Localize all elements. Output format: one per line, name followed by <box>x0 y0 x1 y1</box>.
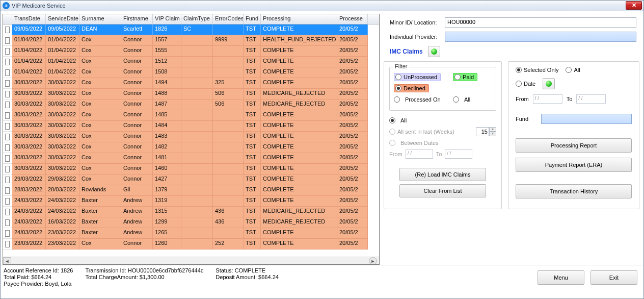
cell: 01/04/2022 <box>12 46 46 57</box>
exit-button[interactable]: Exit <box>591 270 637 285</box>
horizontal-scrollbar[interactable]: ◄ ► <box>3 257 379 265</box>
table-row[interactable]: 23/03/202223/03/2022CoxConnor1260252TSTC… <box>3 239 379 250</box>
radio-selected-only-row[interactable]: Selected Only <box>516 67 558 73</box>
column-header[interactable]: Surname <box>79 14 121 24</box>
radio-report-date-row[interactable]: Date <box>516 81 535 87</box>
radio-selected-only[interactable] <box>516 67 522 73</box>
table-row[interactable]: 30/03/202230/03/2022CoxConnor1488506TSTM… <box>3 89 379 99</box>
row-checkbox[interactable] <box>5 230 10 237</box>
row-checkbox[interactable] <box>5 155 10 162</box>
weeks-input[interactable] <box>476 127 489 136</box>
radio-range-all[interactable] <box>389 117 395 123</box>
column-header[interactable]: Processe <box>337 14 368 24</box>
row-checkbox[interactable] <box>5 123 10 130</box>
row-checkbox[interactable] <box>5 102 10 108</box>
row-checkbox[interactable] <box>5 144 10 151</box>
radio-report-all-row[interactable]: All <box>566 67 580 73</box>
row-checkbox[interactable] <box>5 198 10 205</box>
row-checkbox[interactable] <box>5 37 10 44</box>
clear-from-list-button[interactable]: Clear From List <box>399 184 486 197</box>
row-checkbox[interactable] <box>5 166 10 172</box>
claims-grid[interactable]: TransDateServiceDateSurnameFirstnameVIP … <box>3 14 380 265</box>
weeks-spinner[interactable]: ▲▼ <box>476 127 496 136</box>
report-from-date[interactable]: / / <box>533 94 562 104</box>
row-checkbox[interactable] <box>5 134 10 140</box>
radio-report-all[interactable] <box>566 67 572 73</box>
transaction-history-button[interactable]: Transaction History <box>516 184 632 198</box>
table-row[interactable]: 24/03/202224/03/2022BaxterAndrew1319TSTC… <box>3 196 379 207</box>
table-row[interactable]: 01/04/202201/04/2022CoxConnor1512TSTCOMP… <box>3 57 379 67</box>
row-checkbox[interactable] <box>5 48 10 55</box>
table-row[interactable]: 30/03/202230/03/2022CoxConnor1485TSTCOMP… <box>3 110 379 121</box>
imc-info-button[interactable] <box>428 46 440 57</box>
radio-processed-on-row[interactable]: Processed On <box>394 94 441 105</box>
column-header[interactable]: ErrorCodes <box>213 14 244 24</box>
table-row[interactable]: 24/03/202223/03/2022BaxterAndrew1265TSTC… <box>3 228 379 239</box>
column-header[interactable]: Processing <box>261 14 337 24</box>
individual-provider-field[interactable] <box>445 32 636 42</box>
row-checkbox[interactable] <box>5 177 10 183</box>
processing-report-button[interactable]: Processing Report <box>516 138 632 153</box>
column-header[interactable]: Fund <box>244 14 261 24</box>
table-row[interactable]: 30/03/202230/03/2022CoxConnor1481TSTCOMP… <box>3 153 379 164</box>
from-date-input[interactable]: / / <box>406 150 433 159</box>
radio-filter-all[interactable] <box>453 96 459 103</box>
row-checkbox[interactable] <box>5 112 10 119</box>
reload-claims-button[interactable]: (Re) Load IMC Claims <box>399 168 486 181</box>
cell <box>213 24 244 35</box>
table-row[interactable]: 28/03/202228/03/2022RowlandsGil1379TSTCO… <box>3 185 379 196</box>
grid-body[interactable]: 09/05/202209/05/2022DEANScarlett1826SCTS… <box>3 24 379 257</box>
cell <box>181 239 213 250</box>
pill-declined[interactable]: Declined <box>394 84 429 92</box>
table-row[interactable]: 29/03/202229/03/2022CoxConnor1427TSTCOMP… <box>3 175 379 185</box>
radio-declined[interactable] <box>395 85 401 91</box>
table-row[interactable]: 01/04/202201/04/2022CoxConnor1555TSTCOMP… <box>3 46 379 57</box>
menu-button[interactable]: Menu <box>538 270 584 285</box>
pill-paid[interactable]: Paid <box>453 73 477 81</box>
row-checkbox[interactable] <box>5 209 10 215</box>
row-checkbox[interactable] <box>5 219 10 226</box>
minor-id-field[interactable]: HOU00000 <box>445 17 636 28</box>
spin-up[interactable]: ▲ <box>489 127 496 132</box>
column-header[interactable]: Firstname <box>121 14 153 24</box>
table-row[interactable]: 30/03/202230/03/2022CoxConnor1483TSTCOMP… <box>3 132 379 142</box>
row-checkbox[interactable] <box>5 69 10 76</box>
column-header[interactable]: ClaimType <box>181 14 213 24</box>
report-to-date[interactable]: / / <box>576 94 606 104</box>
column-header[interactable]: TransDate <box>12 14 46 24</box>
scroll-left-arrow[interactable]: ◄ <box>3 257 11 265</box>
spin-down[interactable]: ▼ <box>489 132 496 136</box>
radio-range-all-row[interactable]: All <box>389 115 496 126</box>
table-row[interactable]: 30/03/202230/03/2022CoxConnor1494325TSTC… <box>3 78 379 89</box>
row-checkbox[interactable] <box>5 241 10 247</box>
table-row[interactable]: 01/04/202201/04/2022CoxConnor1508TSTCOMP… <box>3 67 379 78</box>
table-row[interactable]: 30/03/202230/03/2022CoxConnor1484TSTCOMP… <box>3 121 379 132</box>
fund-field[interactable] <box>541 114 632 124</box>
row-checkbox[interactable] <box>5 187 10 194</box>
row-checkbox[interactable] <box>5 59 10 65</box>
radio-paid[interactable] <box>454 74 461 80</box>
radio-unprocessed[interactable] <box>395 74 401 80</box>
radio-filter-all-row[interactable]: All <box>453 94 477 105</box>
scroll-right-arrow[interactable]: ► <box>369 257 377 265</box>
table-row[interactable]: 01/04/202201/04/2022CoxConnor15579999TST… <box>3 35 379 46</box>
table-row[interactable]: 09/05/202209/05/2022DEANScarlett1826SCTS… <box>3 24 379 35</box>
row-checkbox[interactable] <box>5 91 10 97</box>
row-checkbox[interactable] <box>5 80 10 87</box>
date-info-button[interactable] <box>543 78 555 89</box>
table-row[interactable]: 30/03/202230/03/2022CoxConnor1482TSTCOMP… <box>3 142 379 153</box>
column-header[interactable]: VIP Claim <box>153 14 181 24</box>
row-checkbox[interactable] <box>5 27 10 33</box>
payment-report-button[interactable]: Payment Report (ERA) <box>516 158 632 172</box>
app-icon: + <box>3 2 10 9</box>
table-row[interactable]: 30/03/202230/03/2022CoxConnor1460TSTCOMP… <box>3 164 379 175</box>
table-row[interactable]: 30/03/202230/03/2022CoxConnor1487506TSTM… <box>3 99 379 110</box>
pill-unprocessed[interactable]: UnProcessed <box>394 73 441 81</box>
table-row[interactable]: 24/03/202216/03/2022BaxterAndrew1299436T… <box>3 217 379 228</box>
table-row[interactable]: 24/03/202224/03/2022BaxterAndrew1315436T… <box>3 207 379 217</box>
radio-report-date[interactable] <box>516 81 522 87</box>
close-button[interactable]: ✕ <box>626 1 642 10</box>
column-header[interactable]: ServiceDate <box>46 14 79 24</box>
radio-processed-on[interactable] <box>394 96 400 103</box>
to-date-input[interactable]: / / <box>445 150 472 159</box>
